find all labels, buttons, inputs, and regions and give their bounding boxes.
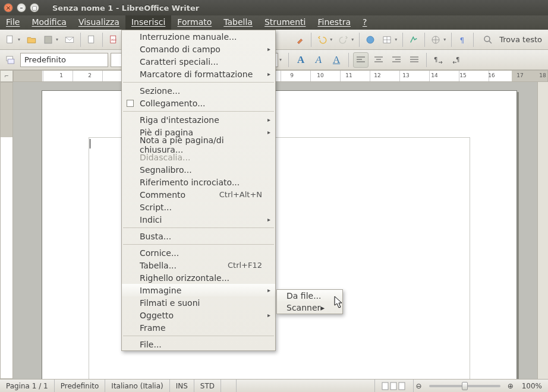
svg-text:¶: ¶ [456, 56, 459, 63]
status-insert-mode[interactable]: INS [170, 380, 194, 392]
status-language[interactable]: Italiano (Italia) [105, 380, 169, 392]
status-zoom[interactable]: 100% [516, 380, 548, 392]
menu-indexes[interactable]: Indici▸ [122, 213, 275, 226]
status-style[interactable]: Predefinito [55, 380, 106, 392]
menu-view[interactable]: Visualizza [73, 15, 125, 30]
submenu-arrow-icon: ▸ [267, 129, 270, 135]
hyperlink-button[interactable] [363, 32, 378, 48]
submenu-from-file[interactable]: Da file... [277, 290, 342, 302]
align-left-button[interactable] [353, 52, 369, 68]
email-button[interactable] [62, 32, 77, 48]
status-page[interactable]: Pagina 1 / 1 [0, 380, 55, 392]
zoom-in-button[interactable]: ⊕ [505, 380, 516, 392]
menu-edit[interactable]: Modifica [26, 15, 73, 30]
zoom-out-button[interactable]: ⊖ [414, 380, 424, 392]
nav-dropdown-icon[interactable]: ▾ [443, 37, 446, 42]
menu-movie-sound[interactable]: Filmati e suoni [122, 296, 275, 309]
menu-image[interactable]: Immagine▸ [122, 284, 275, 296]
find-label: Trova testo [499, 35, 542, 44]
menu-format-mark[interactable]: Marcatore di formattazione▸ [122, 68, 275, 80]
zoom-slider[interactable] [429, 385, 500, 387]
toolbar-separator [359, 33, 360, 47]
rtl-button[interactable]: ¶ [449, 52, 464, 68]
menu-header[interactable]: Riga d'intestazione▸ [122, 113, 275, 126]
svg-rect-34 [382, 382, 388, 390]
find-button[interactable] [480, 32, 496, 48]
menu-special-chars[interactable]: Caratteri speciali... [122, 55, 275, 68]
menu-file[interactable]: File... [122, 338, 275, 350]
bold-button[interactable]: A [293, 52, 308, 68]
redo-dropdown-icon[interactable]: ▾ [351, 37, 354, 42]
svg-point-10 [367, 36, 374, 43]
menu-insert[interactable]: Inserisci [125, 15, 171, 30]
italic-button[interactable]: A [311, 52, 326, 68]
menu-bookmark[interactable]: Segnalibro... [122, 163, 275, 176]
ruler-corner: ⌐ [0, 70, 13, 82]
menu-comment[interactable]: CommentoCtrl+Alt+N [122, 188, 275, 201]
page [42, 90, 517, 379]
paragraph-style-combo[interactable]: Predefinito [20, 53, 108, 67]
ltr-button[interactable]: ¶ [431, 52, 446, 68]
svg-rect-1 [45, 36, 52, 43]
menu-help[interactable]: ? [357, 15, 373, 30]
shortcut-text: Ctrl+F12 [228, 261, 262, 270]
align-justify-button[interactable] [407, 52, 422, 68]
vertical-ruler[interactable] [0, 82, 13, 379]
menu-window[interactable]: Finestra [311, 15, 357, 30]
menu-manual-break[interactable]: Interruzione manuale... [122, 30, 275, 43]
undo-button[interactable] [314, 32, 330, 48]
table-dropdown-icon[interactable]: ▾ [395, 37, 397, 42]
menu-footnote[interactable]: Nota a piè pagina/di chiusura... [122, 138, 275, 151]
menu-hyperlink[interactable]: Collegamento... [122, 97, 275, 109]
menu-envelope[interactable]: Busta... [122, 230, 275, 242]
new-doc-button[interactable] [2, 32, 18, 48]
menu-frame[interactable]: Cornice... [122, 246, 275, 259]
window-maximize-button[interactable]: ▢ [30, 3, 39, 12]
window-title: Senza nome 1 - LibreOffice Writer [52, 4, 199, 12]
table-button[interactable] [379, 32, 395, 48]
window-close-button[interactable]: ✕ [4, 3, 13, 12]
export-pdf-button[interactable]: PDF [106, 32, 121, 48]
shortcut-text: Ctrl+Alt+N [219, 190, 262, 199]
menu-table[interactable]: Tabella [218, 15, 259, 30]
toolbar-separator [102, 33, 103, 47]
menu-crossref[interactable]: Riferimento incrociato... [122, 176, 275, 188]
styles-button[interactable] [2, 52, 18, 68]
undo-dropdown-icon[interactable]: ▾ [330, 37, 332, 42]
drawing-button[interactable] [406, 32, 421, 48]
menu-table[interactable]: Tabella...Ctrl+F12 [122, 259, 275, 271]
open-button[interactable] [24, 32, 39, 48]
window-minimize-button[interactable]: – [17, 3, 26, 12]
menu-format[interactable]: Formato [171, 15, 218, 30]
vertical-scrollbar[interactable] [537, 82, 548, 379]
menu-floating-frame[interactable]: Frame [122, 321, 275, 334]
status-view-layout[interactable] [374, 380, 414, 392]
redo-button[interactable] [336, 32, 351, 48]
save-dropdown-icon[interactable]: ▾ [56, 37, 58, 42]
menu-file[interactable]: File [0, 15, 26, 30]
menu-horizontal-rule[interactable]: Righello orizzontale... [122, 271, 275, 284]
image-submenu: Da file... Scanner▸ [276, 289, 343, 314]
menu-object[interactable]: Oggetto▸ [122, 309, 275, 321]
submenu-scanner[interactable]: Scanner▸ [277, 302, 342, 314]
svg-text:¶: ¶ [434, 56, 437, 63]
align-center-button[interactable] [371, 52, 386, 68]
edit-button[interactable] [84, 32, 99, 48]
navigator-button[interactable] [428, 32, 443, 48]
font-dropdown-icon[interactable]: ▾ [279, 57, 282, 62]
save-button[interactable] [40, 32, 56, 48]
brush-button[interactable] [292, 32, 308, 48]
menu-field-command[interactable]: Comando di campo▸ [122, 43, 275, 55]
menu-tools[interactable]: Strumenti [259, 15, 312, 30]
toolbar-separator [80, 33, 81, 47]
horizontal-ruler[interactable]: 1 2 9 10 11 12 13 14 15 16 17 18 [13, 70, 548, 82]
align-right-button[interactable] [389, 52, 404, 68]
nonprinting-button[interactable]: ¶ [455, 32, 470, 48]
new-doc-dropdown-icon[interactable]: ▾ [18, 37, 20, 42]
text-cursor [90, 139, 90, 148]
menu-section[interactable]: Sezione... [122, 84, 275, 97]
menu-script[interactable]: Script... [122, 201, 275, 213]
status-selection-mode[interactable]: STD [194, 380, 221, 392]
menu-caption: Didascalia... [122, 151, 275, 163]
underline-button[interactable]: A [329, 52, 344, 68]
